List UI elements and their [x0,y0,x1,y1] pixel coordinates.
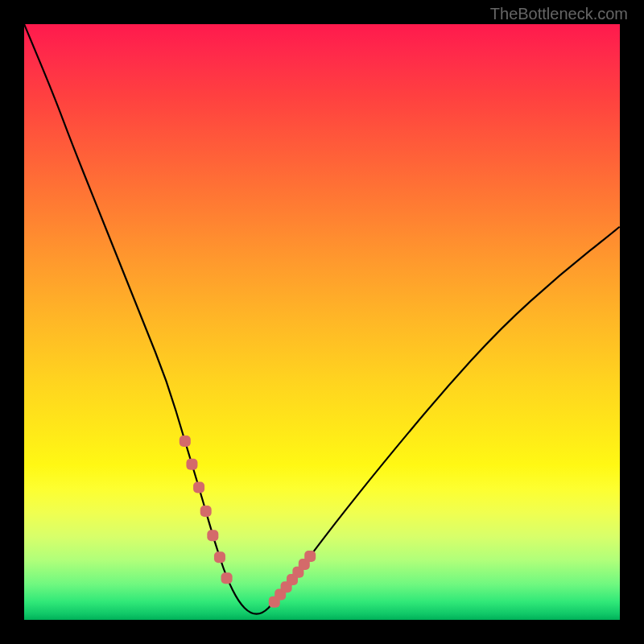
svg-rect-3 [200,506,212,517]
svg-rect-1 [186,459,197,470]
svg-rect-5 [214,551,225,563]
plot-area [24,24,620,620]
highlight-markers [180,436,316,608]
svg-rect-0 [180,436,191,447]
svg-rect-13 [304,551,316,562]
svg-rect-4 [207,530,218,541]
curve-svg [24,24,620,620]
svg-rect-6 [221,572,233,584]
bottleneck-curve [24,24,620,614]
svg-rect-2 [193,482,204,493]
watermark-text: TheBottleneck.com [490,5,628,23]
